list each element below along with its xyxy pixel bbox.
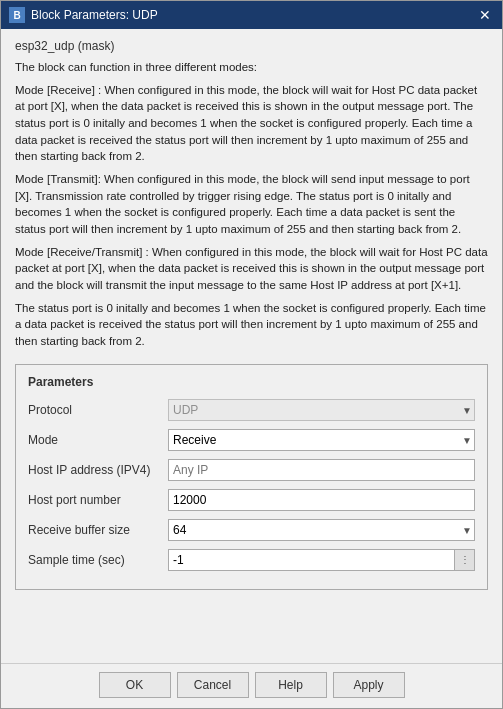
title-bar-left: B Block Parameters: UDP xyxy=(9,7,158,23)
select-wrapper-protocol: UDP ▼ xyxy=(168,399,475,421)
title-text: Block Parameters: UDP xyxy=(31,8,158,22)
description-intro: The block can function in three differen… xyxy=(15,59,488,76)
content-area: esp32_udp (mask) The block can function … xyxy=(1,29,502,663)
host-ip-input[interactable] xyxy=(168,459,475,481)
param-row-buffer: Receive buffer size 64 128 256 512 ▼ xyxy=(28,519,475,541)
param-row-protocol: Protocol UDP ▼ xyxy=(28,399,475,421)
buffer-select[interactable]: 64 128 256 512 xyxy=(168,519,475,541)
control-port xyxy=(168,489,475,511)
param-row-port: Host port number xyxy=(28,489,475,511)
sample-time-input-group: ⋮ xyxy=(168,549,475,571)
param-row-mode: Mode Receive Transmit Receive/Transmit ▼ xyxy=(28,429,475,451)
control-sample-time: ⋮ xyxy=(168,549,475,571)
description-status: The status port is 0 initally and become… xyxy=(15,300,488,350)
select-wrapper-mode: Receive Transmit Receive/Transmit ▼ xyxy=(168,429,475,451)
footer: OK Cancel Help Apply xyxy=(1,663,502,708)
block-icon: B xyxy=(9,7,25,23)
label-mode: Mode xyxy=(28,433,168,447)
sample-time-side-button[interactable]: ⋮ xyxy=(455,549,475,571)
label-sample-time: Sample time (sec) xyxy=(28,553,168,567)
param-row-host-ip: Host IP address (IPV4) xyxy=(28,459,475,481)
control-buffer: 64 128 256 512 ▼ xyxy=(168,519,475,541)
apply-button[interactable]: Apply xyxy=(333,672,405,698)
sample-time-input[interactable] xyxy=(168,549,455,571)
ok-button[interactable]: OK xyxy=(99,672,171,698)
mask-label: esp32_udp (mask) xyxy=(15,39,488,53)
description-rt: Mode [Receive/Transmit] : When configure… xyxy=(15,244,488,294)
description-receive: Mode [Receive] : When configured in this… xyxy=(15,82,488,165)
label-port: Host port number xyxy=(28,493,168,507)
control-mode: Receive Transmit Receive/Transmit ▼ xyxy=(168,429,475,451)
param-row-sample-time: Sample time (sec) ⋮ xyxy=(28,549,475,571)
label-host-ip: Host IP address (IPV4) xyxy=(28,463,168,477)
select-wrapper-buffer: 64 128 256 512 ▼ xyxy=(168,519,475,541)
params-title: Parameters xyxy=(28,375,475,389)
title-bar: B Block Parameters: UDP ✕ xyxy=(1,1,502,29)
control-protocol: UDP ▼ xyxy=(168,399,475,421)
label-buffer: Receive buffer size xyxy=(28,523,168,537)
params-section: Parameters Protocol UDP ▼ Mode xyxy=(15,364,488,590)
control-host-ip xyxy=(168,459,475,481)
dialog-window: B Block Parameters: UDP ✕ esp32_udp (mas… xyxy=(0,0,503,709)
close-button[interactable]: ✕ xyxy=(476,6,494,24)
help-button[interactable]: Help xyxy=(255,672,327,698)
mode-select[interactable]: Receive Transmit Receive/Transmit xyxy=(168,429,475,451)
cancel-button[interactable]: Cancel xyxy=(177,672,249,698)
description-transmit: Mode [Transmit]: When configured in this… xyxy=(15,171,488,238)
port-input[interactable] xyxy=(168,489,475,511)
protocol-select[interactable]: UDP xyxy=(168,399,475,421)
label-protocol: Protocol xyxy=(28,403,168,417)
